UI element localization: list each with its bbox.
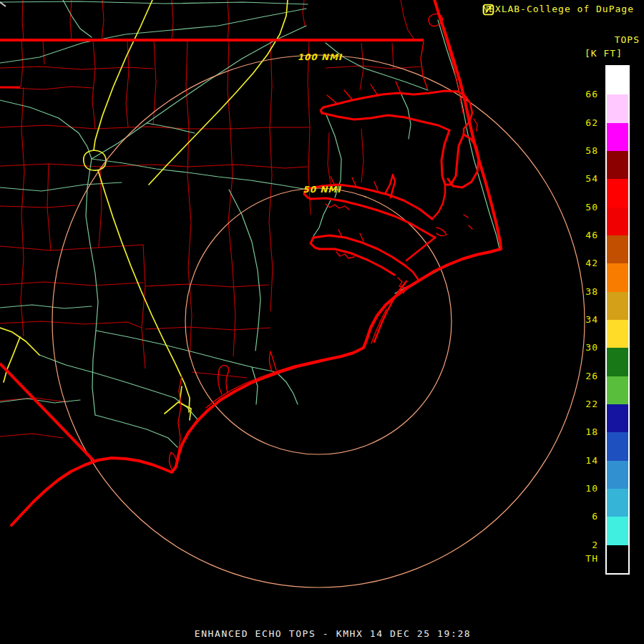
colorbar-segment	[607, 489, 628, 517]
radar-display: NEXLAB-College of DuPage TOPS [K FT] 666…	[0, 0, 644, 644]
colorbar-title-line1: TOPS	[585, 36, 640, 44]
header: NEXLAB-College of DuPage	[482, 4, 634, 14]
colorbar-segment	[607, 517, 628, 545]
ring-100nmi	[52, 55, 585, 587]
colorbar-segment	[607, 235, 628, 263]
colorbar-segment	[607, 545, 628, 573]
range-rings	[52, 55, 585, 587]
colorbar-segment	[607, 94, 628, 122]
colorbar-segment	[607, 348, 628, 376]
colorbar-segment	[607, 208, 628, 235]
product-title: ENHANCED ECHO TOPS - KMHX 14 DEC 25 19:2…	[195, 628, 472, 639]
colorbar-title: TOPS [K FT]	[585, 36, 640, 57]
colorbar-segment	[607, 404, 628, 432]
ring-label-100nmi: 100 NMI	[298, 52, 343, 62]
colorbar-segment	[607, 67, 628, 94]
colorbar	[605, 65, 630, 575]
interstate-layer	[0, 0, 288, 420]
colorbar-segment	[607, 432, 628, 460]
colorbar-segment	[607, 292, 628, 320]
colorbar-segment	[607, 151, 628, 179]
brand-text: NEXLAB-College of DuPage	[482, 4, 634, 14]
colorbar-segment	[607, 123, 628, 151]
colorbar-segment	[607, 461, 628, 489]
map-edge-mark	[0, 2, 6, 6]
dupage-window-icon	[482, 4, 494, 16]
colorbar-segment	[607, 179, 628, 207]
colorbar-segment	[607, 263, 628, 291]
state-border-layer	[0, 2, 424, 462]
colorbar-segment	[607, 376, 628, 404]
colorbar-title-line2: [K FT]	[585, 50, 623, 57]
radar-map	[0, 0, 644, 644]
county-lines-layer	[0, 0, 421, 438]
colorbar-segment	[607, 320, 628, 348]
roads-layer	[0, 0, 499, 447]
ring-label-50nmi: 50 NMI	[303, 185, 341, 195]
